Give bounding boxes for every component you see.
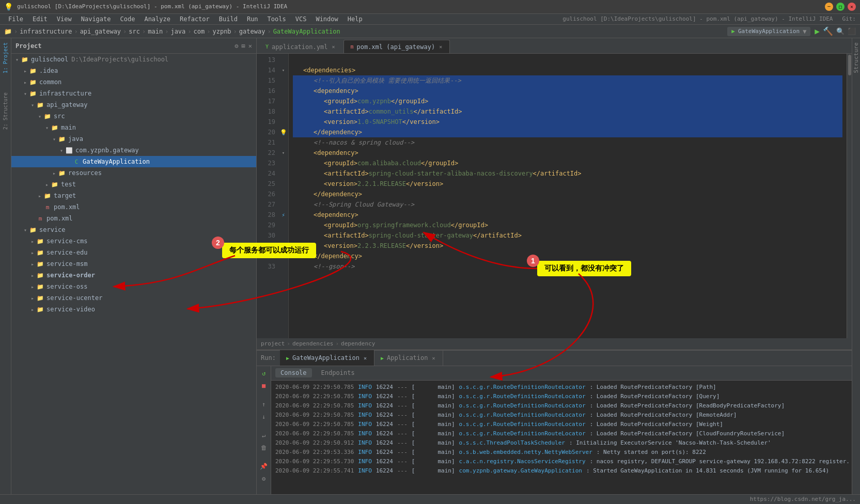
tree-item-target[interactable]: ▸ 📁 target bbox=[11, 190, 256, 201]
folder-icon: 📁 bbox=[36, 271, 44, 279]
resources-folder-icon: 📁 bbox=[58, 169, 66, 177]
breadcrumb-src[interactable]: src bbox=[129, 28, 140, 35]
tree-item-api-gateway[interactable]: ▾ 📁 api_gateway bbox=[11, 99, 256, 111]
tree-item-service[interactable]: ▾ 📁 service bbox=[11, 224, 256, 235]
tree-item-service-cms[interactable]: ▸ 📁 service-cms bbox=[11, 235, 256, 247]
tree-item-service-edu[interactable]: ▸ 📁 service-edu bbox=[11, 247, 256, 258]
console-tab[interactable]: Console bbox=[275, 368, 312, 377]
menu-analyze[interactable]: Analyze bbox=[140, 14, 175, 24]
menu-edit[interactable]: Edit bbox=[28, 14, 52, 24]
run-tab-application[interactable]: ▶ Application ✕ bbox=[374, 350, 443, 366]
code-editor: 13 14 15 16 17 18 19 20 21 22 23 24 25 2… bbox=[257, 54, 852, 338]
run-tab-close-app[interactable]: ✕ bbox=[431, 355, 436, 361]
tree-item-service-oss[interactable]: ▸ 📁 service-oss bbox=[11, 281, 256, 292]
pin-tab-button[interactable]: 📌 bbox=[259, 461, 269, 471]
folder-icon: 📁 bbox=[36, 248, 44, 257]
menu-code[interactable]: Code bbox=[116, 14, 139, 24]
tree-item-service-video[interactable]: ▸ 📁 service-video bbox=[11, 304, 256, 315]
console-content[interactable]: 2020-06-09 22:29:50.785 INFO 16224 --- [… bbox=[271, 381, 852, 494]
close-button[interactable]: ✕ bbox=[848, 3, 856, 11]
tree-item-service-msm[interactable]: ▸ 📁 service-msm bbox=[11, 258, 256, 270]
expand-arrow bbox=[36, 204, 43, 210]
scroll-top-button[interactable]: ↑ bbox=[259, 399, 269, 410]
search-everywhere-button[interactable]: 🔍 bbox=[836, 27, 845, 35]
project-tool-button[interactable]: 1: Project bbox=[2, 40, 9, 75]
run-tabs-bar: Run: ▶ GateWayApplication ✕ ▶ Applicatio… bbox=[257, 351, 852, 366]
clear-console-button[interactable]: 🗑 bbox=[259, 443, 269, 453]
menu-vcs[interactable]: VCS bbox=[291, 14, 311, 24]
maximize-button[interactable]: □ bbox=[836, 3, 845, 11]
tree-item-service-order[interactable]: ▸ 📁 service-order bbox=[11, 270, 256, 281]
menu-navigate[interactable]: Navigate bbox=[77, 14, 115, 24]
breadcrumb-gulischool[interactable]: 📁 bbox=[4, 28, 12, 35]
tree-item-root[interactable]: ▾ 📁 gulischool D:\IdeaProjects\gulischoo… bbox=[11, 54, 256, 65]
breadcrumb-yzpnb[interactable]: yzpnb bbox=[212, 28, 231, 35]
scroll-bottom-button[interactable]: ↓ bbox=[259, 412, 269, 422]
menu-run[interactable]: Run bbox=[243, 14, 262, 24]
stop-button[interactable]: ⬛ bbox=[848, 27, 856, 35]
gateway-app-icon: ▶ bbox=[286, 355, 289, 361]
rerun-button[interactable]: ↺ bbox=[259, 368, 269, 379]
menu-view[interactable]: View bbox=[53, 14, 76, 24]
tree-item-src[interactable]: ▾ 📁 src bbox=[11, 111, 256, 122]
structure-tool-button[interactable]: 2: Structure bbox=[2, 90, 9, 132]
folder-icon: 📁 bbox=[36, 294, 44, 302]
tab-close-pom[interactable]: ✕ bbox=[438, 43, 443, 50]
run-config-dropdown[interactable]: ▶ GateWayApplication ▼ bbox=[727, 27, 810, 36]
tree-item-pom-infra[interactable]: m pom.xml bbox=[11, 213, 256, 224]
tab-application-yml[interactable]: Y application.yml ✕ bbox=[259, 40, 342, 53]
tree-item-main[interactable]: ▾ 📁 main bbox=[11, 122, 256, 133]
breadcrumb-gateway[interactable]: gateway bbox=[239, 28, 265, 35]
structure-vertical-tab[interactable]: Structure bbox=[852, 38, 860, 77]
tree-item-package[interactable]: ▾ ⬜ com.yzpnb.gateway bbox=[11, 145, 256, 156]
tree-item-infrastructure[interactable]: ▾ 📁 infrastructure bbox=[11, 88, 256, 99]
folder-icon: 📁 bbox=[36, 237, 44, 245]
xml-file-icon: m bbox=[36, 214, 44, 223]
endpoints-tab[interactable]: Endpoints bbox=[316, 368, 360, 377]
stop-run-button[interactable]: ■ bbox=[259, 381, 269, 391]
run-tab-close-gateway[interactable]: ✕ bbox=[363, 355, 368, 361]
expand-arrow: ▾ bbox=[43, 125, 51, 131]
bottom-main: ↺ ■ ↑ ↓ ↵ 🗑 📌 ⚙ bbox=[257, 366, 852, 494]
run-tab-gateway[interactable]: ▶ GateWayApplication ✕ bbox=[280, 350, 374, 366]
close-sidebar-button[interactable]: ✕ bbox=[248, 42, 252, 50]
breadcrumb-project[interactable]: project bbox=[261, 340, 285, 347]
log-line-2: 2020-06-09 22:29:50.785 INFO 16224 --- [… bbox=[275, 392, 848, 401]
breadcrumb-infrastructure[interactable]: infrastructure bbox=[20, 28, 72, 35]
code-content[interactable]: <dependencies> <!--引入自己的全局模块 需要使用统一返回结果-… bbox=[289, 54, 847, 338]
code-line-19: <version>1.0-SNAPSHOT</version> bbox=[293, 117, 842, 127]
breadcrumb-dependency[interactable]: dependency bbox=[341, 340, 375, 347]
layout-icon[interactable]: ⊞ bbox=[242, 42, 245, 50]
tree-item-common[interactable]: ▸ 📁 common bbox=[11, 76, 256, 88]
tree-item-service-ucenter[interactable]: ▸ 📁 service-ucenter bbox=[11, 292, 256, 304]
menu-tools[interactable]: Tools bbox=[263, 14, 290, 24]
breadcrumb-com[interactable]: com bbox=[194, 28, 205, 35]
menu-file[interactable]: File bbox=[4, 14, 27, 24]
tab-pom-xml[interactable]: m pom.xml (api_gateway) ✕ bbox=[343, 40, 450, 53]
tree-item-pom-api[interactable]: m pom.xml bbox=[11, 201, 256, 213]
tree-item-idea[interactable]: ▸ 📁 .idea bbox=[11, 65, 256, 76]
editor-scrollbar[interactable] bbox=[847, 54, 852, 338]
menu-refactor[interactable]: Refactor bbox=[176, 14, 214, 24]
expand-arrow: ▸ bbox=[22, 68, 29, 74]
breadcrumb-dependencies[interactable]: dependencies bbox=[292, 340, 333, 347]
soft-wrap-button[interactable]: ↵ bbox=[259, 430, 269, 440]
breadcrumb-api-gateway[interactable]: api_gateway bbox=[80, 28, 121, 35]
menu-window[interactable]: Window bbox=[311, 14, 342, 24]
menu-build[interactable]: Build bbox=[215, 14, 242, 24]
breadcrumb-java[interactable]: java bbox=[170, 28, 185, 35]
minimize-button[interactable]: ─ bbox=[825, 3, 833, 11]
run-button[interactable]: ▶ bbox=[815, 26, 820, 36]
tree-item-java[interactable]: ▾ 📁 java bbox=[11, 133, 256, 145]
gutter: ▾ 💡 ▾ ⚡ bbox=[278, 54, 289, 338]
breadcrumb-main[interactable]: main bbox=[148, 28, 163, 35]
gear-icon[interactable]: ⚙ bbox=[234, 42, 238, 50]
tab-close-yml[interactable]: ✕ bbox=[331, 43, 336, 50]
tree-item-resources[interactable]: ▸ 📁 resources bbox=[11, 167, 256, 179]
menu-help[interactable]: Help bbox=[343, 14, 367, 24]
breadcrumb-gatewayapplication[interactable]: GateWayApplication bbox=[273, 28, 340, 35]
tree-item-test[interactable]: ▸ 📁 test bbox=[11, 179, 256, 190]
settings-run-button[interactable]: ⚙ bbox=[259, 474, 269, 484]
tree-item-gatewayapplication[interactable]: C GateWayApplication bbox=[11, 156, 256, 167]
build-button[interactable]: 🔨 bbox=[823, 26, 833, 36]
